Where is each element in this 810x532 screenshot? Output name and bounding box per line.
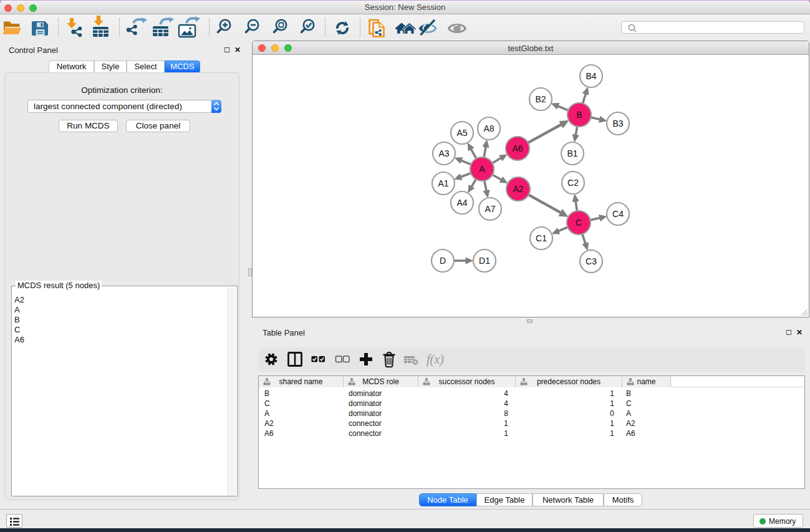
svg-text:A8: A8 (483, 123, 494, 133)
svg-text:A5: A5 (456, 128, 467, 138)
svg-text:A: A (479, 164, 485, 174)
svg-text:A3: A3 (438, 148, 449, 158)
svg-text:C3: C3 (586, 256, 597, 266)
svg-text:A1: A1 (438, 178, 448, 188)
svg-text:B3: B3 (612, 118, 623, 128)
svg-text:B4: B4 (586, 71, 596, 81)
svg-text:A2: A2 (513, 184, 523, 194)
svg-text:C2: C2 (567, 178, 579, 188)
svg-text:B: B (576, 110, 582, 120)
svg-text:A6: A6 (512, 143, 523, 153)
svg-text:C: C (576, 218, 582, 228)
svg-text:C1: C1 (536, 233, 547, 243)
svg-text:A7: A7 (485, 204, 495, 214)
svg-text:D: D (440, 256, 446, 266)
svg-text:D1: D1 (479, 256, 490, 266)
svg-text:f(x): f(x) (427, 352, 444, 367)
svg-text:A4: A4 (456, 198, 467, 208)
svg-text:C4: C4 (612, 209, 624, 219)
svg-text:B1: B1 (567, 148, 577, 158)
svg-text:B2: B2 (535, 94, 546, 104)
